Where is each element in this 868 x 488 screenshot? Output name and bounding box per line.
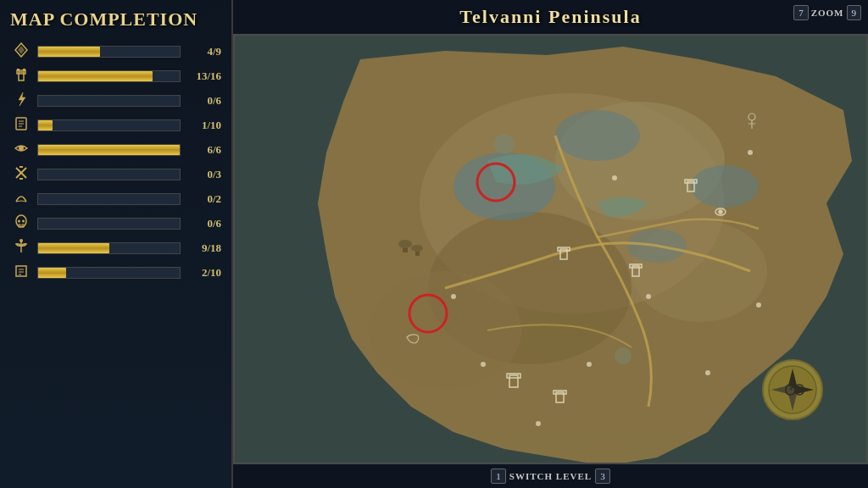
zoom-key-left[interactable]: 7 (793, 5, 809, 20)
mundusStones-bar-fill (38, 145, 180, 155)
svg-point-39 (411, 245, 423, 252)
zoom-label: ZOOM (811, 8, 844, 18)
dungeons-count: 13/16 (186, 69, 221, 83)
zoom-controls: 7 ZOOM 9 (793, 5, 861, 20)
treasureMaps-icon (10, 165, 32, 184)
map-svg (233, 34, 868, 464)
wayshrines-icon (10, 42, 32, 61)
switch-key-left[interactable]: 1 (491, 469, 506, 484)
svg-point-15 (16, 215, 26, 227)
lorebooks-bar (37, 119, 181, 131)
skyshards-icon (10, 92, 32, 110)
dungeons-icon (10, 67, 32, 86)
map-canvas (233, 34, 868, 464)
completion-row-quests: 2/10 (10, 263, 221, 282)
skyshards-count: 0/6 (186, 94, 221, 108)
quests-bar (37, 267, 181, 279)
svg-point-17 (22, 220, 25, 223)
treasureMaps-bar (37, 169, 181, 180)
completion-row-dungeons: 13/16 (10, 67, 221, 86)
svg-rect-19 (22, 225, 24, 227)
quests-count: 2/10 (186, 266, 221, 280)
wayshrines-bar (37, 46, 181, 58)
dungeons-bar-fill (38, 71, 153, 81)
treasureMaps-count: 0/3 (186, 168, 221, 181)
svg-point-61 (705, 370, 710, 375)
mundusStones-bar (37, 144, 181, 156)
svg-point-57 (536, 421, 541, 426)
lorebooks-bar-fill (38, 120, 53, 130)
map-header: Telvanni Peninsula 7 ZOOM 9 (233, 0, 868, 34)
switch-level-bar: 1 SWITCH LEVEL 3 (233, 464, 868, 488)
svg-point-40 (494, 134, 515, 154)
completion-row-treasureMaps: 0/3 (10, 165, 221, 184)
svg-point-55 (646, 294, 651, 299)
completion-row-companions: 0/2 (10, 190, 221, 208)
svg-rect-5 (23, 69, 25, 71)
switch-label: SWITCH LEVEL (509, 471, 592, 481)
zoom-key-right[interactable]: 9 (847, 5, 862, 20)
flowers-bar (37, 242, 181, 254)
lorebooks-count: 1/10 (186, 119, 221, 132)
completion-row-wayshrines: 4/9 (10, 42, 221, 61)
mundusStones-icon (10, 141, 32, 159)
svg-rect-14 (19, 178, 23, 180)
svg-point-56 (587, 362, 592, 367)
flowers-bar-fill (38, 243, 109, 253)
svg-rect-4 (17, 69, 19, 71)
map-completion-sidebar: MAP COMPLETION 4/9 13/16 (0, 0, 233, 488)
completion-row-flowers: 9/18 (10, 239, 221, 258)
companions-count: 0/2 (186, 192, 221, 206)
lorebooks-icon (10, 116, 32, 135)
bosses-bar (37, 218, 181, 230)
svg-point-54 (612, 175, 617, 180)
bosses-count: 0/6 (186, 217, 221, 230)
wayshrines-count: 4/9 (186, 45, 221, 58)
quests-icon (10, 263, 32, 282)
svg-point-62 (481, 362, 486, 367)
svg-rect-18 (19, 225, 20, 227)
completion-rows: 4/9 13/16 0/6 1/10 (10, 42, 221, 282)
completion-row-mundusStones: 6/6 (10, 141, 221, 159)
svg-rect-13 (19, 166, 23, 168)
svg-point-41 (615, 347, 632, 364)
wayshrines-bar-fill (38, 47, 100, 57)
svg-point-34 (691, 165, 759, 208)
companions-icon (10, 190, 32, 208)
sidebar-title: MAP COMPLETION (10, 8, 221, 30)
quests-bar-fill (38, 268, 66, 278)
skyshards-bar (37, 95, 181, 107)
svg-point-37 (398, 240, 412, 248)
companions-bar (37, 193, 181, 205)
svg-point-59 (748, 150, 753, 155)
mundusStones-count: 6/6 (186, 143, 221, 157)
svg-point-10 (19, 146, 24, 151)
completion-row-bosses: 0/6 (10, 214, 221, 233)
svg-point-58 (451, 294, 456, 299)
svg-marker-1 (18, 46, 25, 54)
svg-point-60 (756, 302, 761, 308)
map-title: Telvanni Peninsula (459, 6, 641, 28)
svg-point-20 (19, 239, 23, 242)
switch-key-right[interactable]: 3 (595, 469, 610, 484)
bosses-icon (10, 214, 32, 233)
svg-point-53 (719, 210, 722, 214)
completion-row-skyshards: 0/6 (10, 92, 221, 110)
flowers-count: 9/18 (186, 241, 221, 255)
svg-point-33 (555, 110, 640, 161)
map-area: Telvanni Peninsula 7 ZOOM 9 (233, 0, 868, 488)
svg-point-16 (18, 220, 20, 223)
completion-row-lorebooks: 1/10 (10, 116, 221, 135)
svg-point-30 (369, 271, 521, 390)
flowers-icon (10, 239, 32, 258)
dungeons-bar (37, 70, 181, 82)
